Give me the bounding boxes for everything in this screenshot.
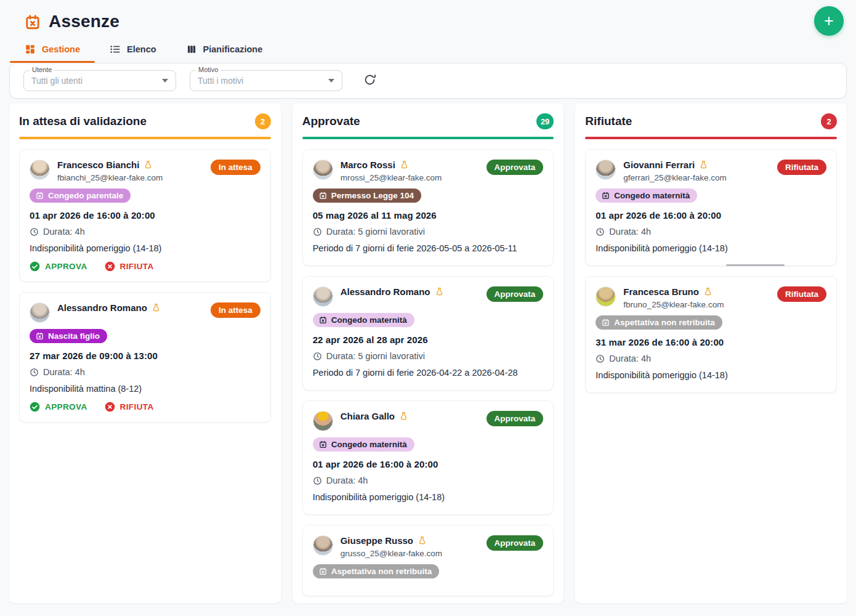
absence-card[interactable]: Francesco Bianchi fbianchi_25@klear-fake…	[19, 149, 271, 282]
flask-icon	[143, 160, 153, 169]
reason-filter-select[interactable]: Motivo Tutti i motivi	[190, 70, 342, 91]
date-range: 31 mar 2026 de 16:00 à 20:00	[596, 337, 826, 347]
duration-text: Durata: 5 giorni lavorativi	[326, 227, 425, 237]
card-list: Marco Rossi mrossi_25@klear-fake.com App…	[302, 149, 554, 596]
x-circle-icon	[105, 261, 115, 272]
reject-button[interactable]: RIFIUTA	[105, 261, 154, 272]
refresh-icon	[363, 73, 376, 86]
column-count-badge: 2	[255, 113, 271, 129]
absence-card[interactable]: Francesca Bruno fbruno_25@klear-fake.com…	[585, 276, 837, 393]
reason-label: Permesso Legge 104	[331, 191, 414, 200]
avatar	[596, 286, 616, 307]
clock-icon	[313, 476, 322, 485]
filter-panel: Utente Tutti gli utenti Motivo Tutti i m…	[9, 63, 847, 99]
reject-button[interactable]: RIFIUTA	[105, 402, 154, 412]
absence-card[interactable]: Marco Rossi mrossi_25@klear-fake.com App…	[302, 149, 554, 266]
calendar-x-icon	[36, 192, 44, 200]
reason-badge: Nascita figlio	[30, 329, 107, 343]
reason-label: Aspettativa non retribuita	[614, 318, 715, 327]
x-circle-icon	[105, 402, 115, 412]
duration-text: Durata: 4h	[609, 227, 651, 237]
card-scrollbar-thumb[interactable]	[726, 264, 785, 266]
approve-label: APPROVA	[45, 262, 87, 271]
column-accent-bar	[585, 137, 837, 139]
column-accent-bar	[19, 137, 271, 139]
avatar	[313, 160, 333, 180]
reason-badge: Congedo parentale	[30, 188, 131, 203]
employee-name: Francesca Bruno	[623, 286, 699, 297]
tab-label: Pianificazione	[203, 44, 263, 54]
card-list: Francesco Bianchi fbianchi_25@klear-fake…	[19, 149, 271, 423]
flask-icon	[699, 160, 708, 169]
duration-row: Durata: 4h	[30, 367, 260, 377]
flask-icon	[399, 411, 408, 421]
employee-name: Giuseppe Russo	[341, 535, 413, 546]
tab-gestione[interactable]: Gestione	[10, 38, 95, 63]
reason-badge: Permesso Legge 104	[313, 188, 421, 203]
approve-button[interactable]: APPROVA	[30, 402, 87, 412]
flask-icon	[151, 303, 161, 312]
chevron-down-icon	[162, 79, 168, 83]
employee-email: gferrari_25@klear-fake.com	[623, 173, 770, 182]
reason-filter-value: Tutti i motivi	[198, 76, 328, 86]
status-badge: In attesa	[211, 302, 260, 318]
date-range: 01 apr 2026 de 16:00 à 20:00	[313, 459, 544, 469]
absence-card[interactable]: Giovanni Ferrari gferrari_25@klear-fake.…	[585, 149, 837, 266]
date-range: 27 mar 2026 de 09:00 à 13:00	[30, 351, 260, 361]
dashboard-icon	[25, 44, 36, 55]
calendar-x-icon	[319, 440, 327, 448]
columns-icon	[186, 44, 197, 55]
employee-email: fbianchi_25@klear-fake.com	[57, 173, 203, 182]
check-circle-icon	[30, 402, 40, 412]
user-filter-label: Utente	[30, 66, 54, 73]
column-approved: Approvate 29 Marco Rossi mrossi_25@klear…	[293, 103, 564, 603]
refresh-button[interactable]	[361, 72, 378, 89]
description: Indisponibilità pomeriggio (14-18)	[596, 243, 826, 253]
duration-row: Durata: 4h	[596, 354, 826, 363]
duration-text: Durata: 4h	[43, 367, 85, 377]
approve-label: APPROVA	[45, 402, 87, 411]
tab-pianificazione[interactable]: Pianificazione	[171, 38, 278, 63]
avatar	[596, 160, 616, 180]
calendar-x-icon	[602, 318, 610, 326]
column-accent-bar	[302, 137, 554, 139]
tab-elenco[interactable]: Elenco	[95, 38, 171, 63]
approve-button[interactable]: APPROVA	[30, 261, 87, 272]
list-icon	[110, 44, 121, 55]
reason-badge: Congedo maternità	[313, 437, 414, 452]
reason-label: Congedo maternità	[331, 315, 407, 325]
absence-card[interactable]: Alessandro Romano In attesa Nascita figl…	[19, 292, 271, 423]
date-range: 05 mag 2026 al 11 mag 2026	[313, 210, 544, 221]
duration-text: Durata: 4h	[326, 476, 368, 485]
user-filter-select[interactable]: Utente Tutti gli utenti	[23, 70, 176, 91]
card-list: Giovanni Ferrari gferrari_25@klear-fake.…	[585, 149, 837, 393]
reason-badge: Congedo maternità	[596, 188, 697, 203]
description: Periodo di 7 giorni di ferie 2026-05-05 …	[313, 243, 544, 253]
employee-name: Alessandro Romano	[57, 302, 147, 313]
column-rejected: Rifiutate 2 Giovanni Ferrari gferrari_25…	[575, 103, 847, 603]
reason-label: Nascita figlio	[48, 331, 100, 341]
column-title: Approvate	[302, 115, 360, 128]
calendar-x-icon	[25, 14, 41, 30]
duration-text: Durata: 4h	[43, 227, 85, 237]
status-badge: Approvata	[487, 160, 544, 175]
reason-badge: Aspettativa non retribuita	[313, 564, 440, 578]
card-actions: APPROVA RIFIUTA	[30, 402, 260, 412]
reason-label: Aspettativa non retribuita	[331, 567, 432, 576]
tab-bar: Gestione Elenco Pianificazione	[10, 38, 846, 63]
absence-card[interactable]: Chiara Gallo Approvata Congedo maternità…	[302, 400, 554, 515]
reason-label: Congedo maternità	[614, 191, 690, 200]
avatar	[313, 411, 333, 431]
clock-icon	[313, 352, 322, 361]
tab-label: Gestione	[42, 44, 80, 54]
add-absence-button[interactable]: +	[814, 6, 844, 36]
absence-card[interactable]: Giuseppe Russo grusso_25@klear-fake.com …	[302, 525, 554, 596]
tab-label: Elenco	[127, 44, 156, 54]
calendar-x-icon	[319, 567, 327, 575]
app-header: Assenze +	[0, 0, 856, 36]
calendar-x-icon	[319, 316, 327, 324]
status-badge: Approvata	[487, 535, 544, 551]
duration-row: Durata: 4h	[30, 227, 260, 237]
reason-label: Congedo parentale	[48, 191, 123, 200]
absence-card[interactable]: Alessandro Romano Approvata Congedo mate…	[302, 276, 554, 391]
